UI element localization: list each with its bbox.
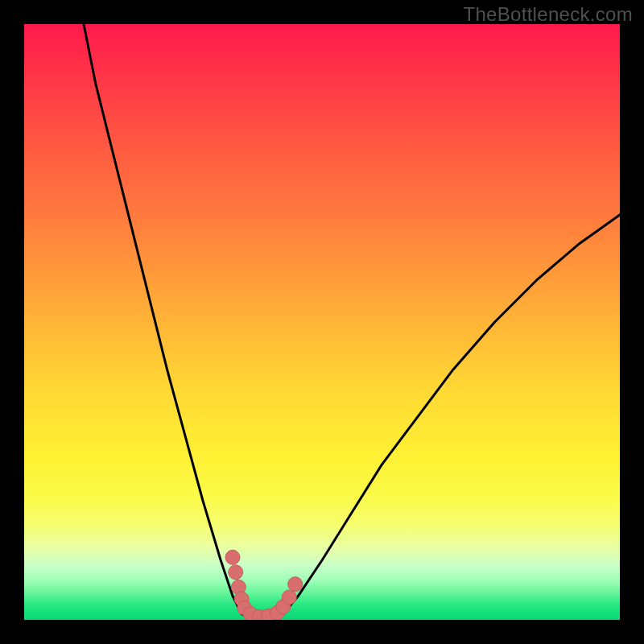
bottleneck-curve: [84, 24, 620, 619]
chart-frame: TheBottleneck.com: [0, 0, 644, 644]
valley-markers: [225, 550, 303, 620]
valley-marker: [229, 565, 243, 580]
curve-layer: [24, 24, 620, 620]
valley-marker: [288, 577, 303, 592]
plot-area: [24, 24, 620, 620]
valley-marker: [225, 550, 240, 564]
watermark-text: TheBottleneck.com: [463, 3, 633, 26]
valley-marker: [282, 590, 296, 605]
curve-path: [84, 24, 620, 619]
